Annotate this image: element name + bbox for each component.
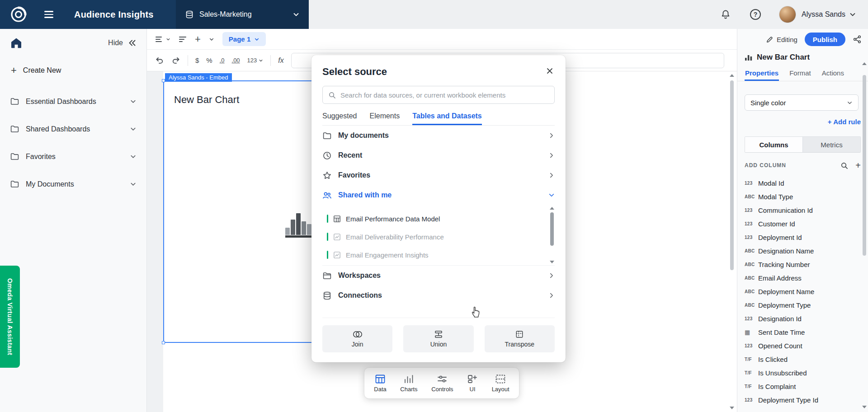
- column-item[interactable]: 123Designation Id: [745, 312, 861, 325]
- add-column-plus-icon[interactable]: +: [855, 161, 861, 170]
- scrollbar-thumb[interactable]: [730, 80, 734, 270]
- canvas-vertical-scrollbar[interactable]: [729, 73, 735, 410]
- column-item[interactable]: ABCTracking Number: [745, 258, 861, 271]
- chevron-down-icon[interactable]: [130, 153, 137, 160]
- scroll-down-arrow-icon[interactable]: [730, 407, 734, 409]
- scroll-up-arrow-icon[interactable]: [730, 74, 734, 77]
- decrease-decimal-icon[interactable]: .0: [220, 57, 225, 64]
- transpose-button[interactable]: Transpose: [485, 325, 555, 352]
- resize-handle[interactable]: [162, 341, 165, 344]
- scrollbar-thumb[interactable]: [863, 75, 866, 256]
- column-item[interactable]: 123Modal Id: [745, 176, 861, 190]
- column-item[interactable]: ▦Sent Date Time: [745, 325, 861, 339]
- scrollbar-thumb[interactable]: [550, 212, 554, 246]
- column-item[interactable]: T/FIs Clicked: [745, 352, 861, 366]
- source-category-connections[interactable]: Connections: [322, 286, 555, 305]
- formula-icon[interactable]: fx: [278, 56, 283, 65]
- editing-mode-dropdown[interactable]: Editing: [766, 36, 797, 43]
- percent-format-icon[interactable]: %: [206, 56, 212, 64]
- collapse-double-chevron-icon[interactable]: [127, 39, 137, 47]
- column-item[interactable]: 123Communication Id: [745, 203, 861, 217]
- source-category-shared-with-me[interactable]: Shared with me: [322, 185, 555, 205]
- resize-handle[interactable]: [162, 79, 165, 82]
- column-item[interactable]: 123Customer Id: [745, 217, 861, 230]
- scroll-up-arrow-icon[interactable]: [550, 207, 554, 210]
- subtab-metrics[interactable]: Metrics: [802, 137, 860, 152]
- column-item[interactable]: ABCDeployment Type: [745, 298, 861, 312]
- chevron-down-icon[interactable]: [130, 181, 137, 187]
- tab-page-1[interactable]: Page 1: [222, 32, 266, 46]
- add-rule-link[interactable]: + Add rule: [745, 118, 861, 126]
- home-icon[interactable]: [10, 37, 23, 49]
- column-item[interactable]: T/FIs Unsubscribed: [745, 366, 861, 379]
- notifications-bell-icon[interactable]: [720, 9, 731, 20]
- column-item[interactable]: T/FIs Complaint: [745, 379, 861, 393]
- column-item[interactable]: ABCDeployment Name: [745, 285, 861, 298]
- source-item-email-engagement-insights[interactable]: Email Engagement Insights: [322, 246, 555, 264]
- close-icon[interactable]: [545, 66, 555, 76]
- column-item[interactable]: 123Opened Count: [745, 339, 861, 352]
- source-category-my-documents[interactable]: My documents: [322, 126, 555, 145]
- scroll-up-arrow-icon[interactable]: [862, 62, 867, 65]
- virtual-assistant-banner[interactable]: Omeda Virtual Assistant: [0, 266, 20, 368]
- source-category-workspaces[interactable]: Workspaces: [322, 266, 555, 286]
- chevron-down-icon[interactable]: [130, 126, 137, 132]
- sidebar-item-shared-dashboards[interactable]: Shared Dashboards: [0, 115, 146, 143]
- sort-lines-icon[interactable]: [179, 35, 187, 43]
- shared-list-scrollbar[interactable]: [549, 207, 555, 263]
- column-item[interactable]: 123Deployment Id: [745, 230, 861, 244]
- share-network-icon[interactable]: [853, 35, 862, 44]
- union-button[interactable]: Union: [403, 325, 473, 352]
- publish-button[interactable]: Publish: [805, 33, 845, 46]
- omeda-logo-icon[interactable]: [10, 6, 27, 23]
- dock-item-data[interactable]: Data: [374, 374, 386, 393]
- column-name: Customer Id: [758, 220, 795, 228]
- page-list-icon[interactable]: [155, 35, 170, 43]
- column-item[interactable]: ABCEmail Address: [745, 271, 861, 285]
- color-mode-select[interactable]: Single color: [745, 94, 859, 111]
- help-icon[interactable]: ?: [750, 9, 761, 20]
- search-columns-icon[interactable]: [840, 162, 848, 169]
- column-item[interactable]: ABCModal Type: [745, 190, 861, 203]
- sidebar-item-favorites[interactable]: Favorites: [0, 143, 146, 170]
- increase-decimal-icon[interactable]: .00: [232, 57, 240, 64]
- tab-suggested[interactable]: Suggested: [322, 112, 357, 125]
- join-button[interactable]: Join: [322, 325, 392, 352]
- source-item-email-deliverability-performance[interactable]: Email Deliverability Performance: [322, 228, 555, 246]
- user-avatar[interactable]: [779, 6, 796, 23]
- panel-vertical-scrollbar[interactable]: [862, 62, 867, 408]
- source-item-email-performance-data-model[interactable]: Email Performance Data Model: [322, 210, 555, 228]
- currency-format-icon[interactable]: $: [195, 56, 199, 64]
- source-category-recent[interactable]: Recent: [322, 145, 555, 165]
- dock-item-charts[interactable]: Charts: [400, 374, 417, 393]
- tab-format[interactable]: Format: [789, 65, 811, 81]
- scroll-down-arrow-icon[interactable]: [862, 406, 867, 408]
- chevron-down-icon[interactable]: [130, 98, 137, 105]
- workspace-selector[interactable]: Sales-Marketing: [176, 0, 309, 29]
- dock-item-controls[interactable]: Controls: [431, 374, 453, 393]
- tab-actions[interactable]: Actions: [821, 65, 844, 81]
- tab-tables-and-datasets[interactable]: Tables and Datasets: [412, 112, 482, 125]
- hamburger-menu-icon[interactable]: [44, 11, 53, 18]
- subtab-columns[interactable]: Columns: [745, 137, 802, 152]
- sidebar-item-essential-dashboards[interactable]: Essential Dashboards: [0, 88, 146, 115]
- redo-icon[interactable]: [171, 56, 180, 65]
- sidebar-item-my-documents[interactable]: My Documents: [0, 170, 146, 198]
- dock-item-layout[interactable]: Layout: [492, 374, 509, 393]
- scroll-down-arrow-icon[interactable]: [550, 261, 554, 263]
- number-format-dropdown[interactable]: 123: [247, 57, 264, 64]
- column-item[interactable]: ABCDesignation Name: [745, 244, 861, 258]
- page-options-chevron-icon[interactable]: [209, 37, 214, 42]
- dock-item-ui[interactable]: UI: [467, 374, 478, 393]
- source-search-input[interactable]: [340, 91, 549, 99]
- undo-icon[interactable]: [155, 56, 164, 65]
- tab-properties[interactable]: Properties: [745, 65, 779, 81]
- source-search-box[interactable]: [322, 86, 555, 104]
- hide-panel-label[interactable]: Hide: [108, 39, 123, 47]
- user-menu-chevron-icon[interactable]: [849, 11, 856, 18]
- tab-elements[interactable]: Elements: [370, 112, 400, 125]
- source-category-favorites[interactable]: Favorites: [322, 165, 555, 185]
- add-page-icon[interactable]: +: [195, 34, 201, 44]
- column-item[interactable]: 123Deployment Type Id: [745, 393, 861, 407]
- create-new-button[interactable]: + Create New: [0, 57, 146, 84]
